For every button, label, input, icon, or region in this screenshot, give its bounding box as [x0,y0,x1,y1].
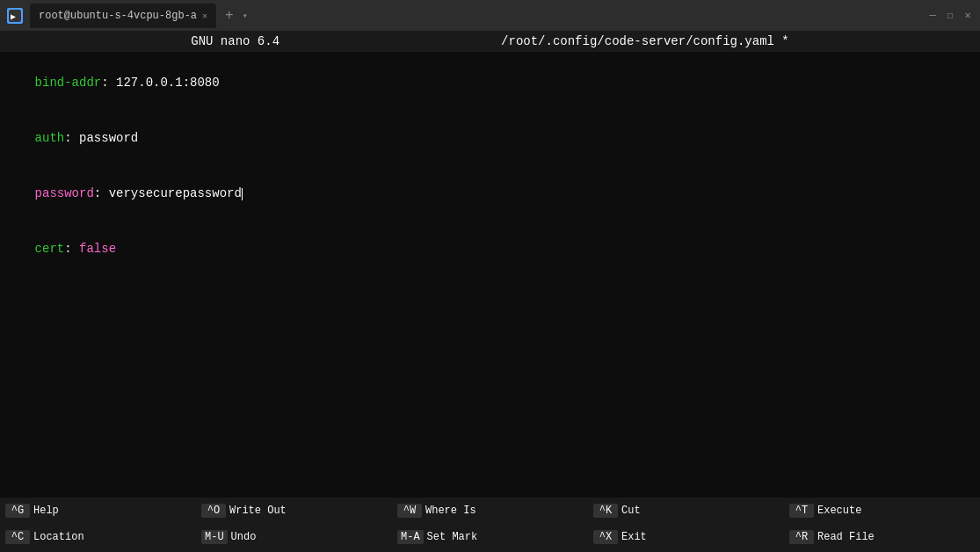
tab-title: root@ubuntu-s-4vcpu-8gb-a [39,10,197,22]
shortcut-undo[interactable]: M-U Undo [196,524,392,550]
line-1: bind-addr: 127.0.0.1:8080 [5,55,975,111]
key-execute: ^T [789,504,814,518]
key-exit: ^X [593,530,618,544]
tab-dropdown-button[interactable]: ▾ [243,11,248,21]
shortcut-help[interactable]: ^G Help [0,498,196,524]
nano-version: GNU nano 6.4 [191,34,279,48]
minimize-button[interactable]: — [927,11,938,21]
shortcut-cut[interactable]: ^K Cut [588,498,784,524]
label-set-mark: Set Mark [427,531,478,543]
key-undo: M-U [201,530,228,544]
line-3: password: verysecurepassword [5,166,975,222]
terminal-icon: ▶ [7,8,23,24]
maximize-button[interactable]: ☐ [945,11,955,21]
label-read-file: Read File [817,531,875,543]
key-read-file: ^R [789,530,814,544]
titlebar: ▶ root@ubuntu-s-4vcpu-8gb-a ✕ + ▾ — ☐ ✕ [0,0,980,31]
key-set-mark: M-A [397,530,424,544]
shortcut-execute[interactable]: ^T Execute [784,498,980,524]
val-false: false [79,242,116,256]
shortcut-read-file[interactable]: ^R Read File [784,524,980,550]
key-help: ^G [5,504,30,518]
label-location: Location [33,531,84,543]
key-auth: auth [35,131,65,145]
shortcut-write-out[interactable]: ^O Write Out [196,498,392,524]
label-undo: Undo [231,531,257,543]
key-where-is: ^W [397,504,422,518]
shortcut-bar: ^G Help ^O Write Out ^W Where Is ^K Cut … [0,498,980,550]
key-location: ^C [5,530,30,544]
key-cert: cert [35,242,65,256]
key-write-out: ^O [201,504,226,518]
text-cursor [242,188,243,200]
close-button[interactable]: ✕ [962,11,973,21]
shortcut-where-is[interactable]: ^W Where Is [392,498,588,524]
tab-close-button[interactable]: ✕ [202,11,207,21]
label-exit: Exit [621,531,647,543]
new-tab-button[interactable]: + [220,8,239,24]
label-help: Help [33,505,59,517]
svg-text:▶: ▶ [11,11,16,21]
label-cut: Cut [621,505,641,517]
line-2: auth: password [5,111,975,166]
terminal-tab[interactable]: root@ubuntu-s-4vcpu-8gb-a ✕ [30,4,216,28]
editor-area[interactable]: bind-addr: 127.0.0.1:8080 auth: password… [0,52,980,498]
shortcut-exit[interactable]: ^X Exit [588,524,784,550]
key-bind-addr: bind-addr [35,76,102,90]
label-write-out: Write Out [229,505,287,517]
label-execute: Execute [817,505,861,517]
nano-filename: /root/.config/code-server/config.yaml * [501,34,789,48]
nano-header: GNU nano 6.4 /root/.config/code-server/c… [0,31,980,52]
key-password: password [35,186,94,200]
window-controls: — ☐ ✕ [927,11,973,21]
tab-list: root@ubuntu-s-4vcpu-8gb-a ✕ + ▾ [30,4,920,28]
shortcut-set-mark[interactable]: M-A Set Mark [392,524,588,550]
key-cut: ^K [593,504,618,518]
line-4: cert: false [5,222,975,277]
label-where-is: Where Is [425,505,476,517]
shortcut-location[interactable]: ^C Location [0,524,196,550]
